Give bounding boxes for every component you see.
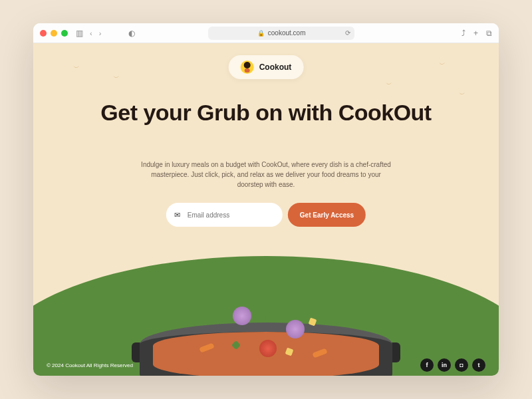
refresh-icon[interactable]: ⟳ [345,29,350,37]
linkedin-link[interactable]: in [438,358,451,372]
tabs-icon[interactable]: ⧉ [486,29,492,38]
email-signup-form: ✉ Get Early Access [166,203,366,227]
brand-name: Cookout [259,63,292,72]
minimize-window-button[interactable] [51,30,57,37]
bird-icon: ︶ [459,90,466,99]
address-bar[interactable]: ◐ 🔒 cookout.com ⟳ [208,27,354,40]
email-input[interactable] [166,203,283,227]
facebook-link[interactable]: f [420,358,434,372]
hero-subtitle: Indulge in luxury meals on a budget with… [140,160,392,190]
back-button[interactable]: ‹ [90,29,92,37]
logo-badge[interactable]: Cookout [229,55,304,79]
bird-icon: ︶ [73,63,80,72]
get-early-access-button[interactable]: Get Early Access [288,203,366,227]
onion-icon [233,307,251,325]
browser-window: ▥ ‹ › ◐ 🔒 cookout.com ⟳ ⤴ + ⧉ ︶ ︶ ︶ ︶ ︶ … [33,23,499,376]
close-window-button[interactable] [40,30,47,37]
shield-icon[interactable]: ◐ [128,29,135,38]
herb-icon [265,314,274,323]
logo-icon [241,61,254,74]
herb-icon [231,340,241,350]
share-icon[interactable]: ⤴ [462,29,466,38]
instagram-link[interactable]: ◘ [455,358,468,372]
twitter-link[interactable]: t [472,358,485,372]
forward-button[interactable]: › [99,29,102,37]
hero-title: Get your Grub on with CookOut [100,100,432,126]
traffic-lights [40,30,68,37]
browser-titlebar: ▥ ‹ › ◐ 🔒 cookout.com ⟳ ⤴ + ⧉ [33,23,499,43]
new-tab-icon[interactable]: + [473,29,478,38]
maximize-window-button[interactable] [61,30,68,37]
bird-icon: ︶ [113,73,120,82]
bird-icon: ︶ [386,80,392,89]
lock-icon: 🔒 [257,30,265,37]
url-text: cookout.com [268,29,306,37]
sidebar-toggle-icon[interactable]: ▥ [76,29,83,38]
carrot-icon [199,342,214,352]
onion-icon [286,320,305,338]
bird-icon: ︶ [439,60,446,69]
copyright-text: © 2024 Cookout All Rights Reserved [47,362,133,368]
social-links: f in ◘ t [420,358,485,372]
envelope-icon: ✉ [174,211,180,219]
page-viewport: ︶ ︶ ︶ ︶ ︶ Cookout Get your Grub on with … [33,43,499,376]
footer: © 2024 Cookout All Rights Reserved f in … [33,354,499,376]
